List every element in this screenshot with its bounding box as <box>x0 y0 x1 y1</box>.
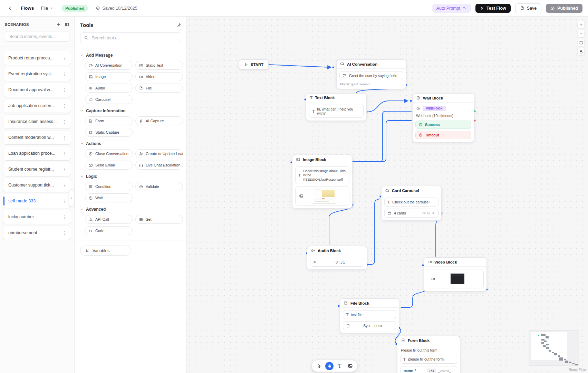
node-start[interactable]: START <box>239 59 269 69</box>
flow-canvas[interactable]: START AI Conversation Greet the user by … <box>186 17 588 373</box>
scenario-item[interactable]: Product return proces...⋮ <box>3 51 71 65</box>
tool-static-capture[interactable]: Static Capture <box>85 128 133 137</box>
tool-code[interactable]: Code <box>85 226 133 235</box>
image-caption-row[interactable]: TCheck this image about. This is the {{S… <box>295 166 349 184</box>
scenarios-search-input[interactable] <box>9 34 66 39</box>
carousel-caption-row[interactable]: TCheck out the carousel <box>384 198 438 207</box>
file-menu[interactable]: File <box>41 6 53 11</box>
node-image-block[interactable]: Image Block TCheck this image about. Thi… <box>292 155 353 209</box>
kebab-menu-icon[interactable]: ⋮ <box>61 103 68 108</box>
node-audio-block[interactable]: Audio Block 0:31 <box>307 246 367 270</box>
file-attachment-row[interactable]: Syst....docx <box>343 321 396 330</box>
section-header[interactable]: Advanced <box>80 207 181 212</box>
kebab-menu-icon[interactable]: ⋮ <box>61 87 68 93</box>
kebab-menu-icon[interactable]: ⋮ <box>61 71 68 77</box>
panel-toggle-icon[interactable] <box>65 22 69 27</box>
kebab-menu-icon[interactable]: ⋮ <box>61 230 68 236</box>
panel-collapse-handle[interactable]: › <box>69 189 74 207</box>
save-button[interactable]: Save <box>515 3 542 13</box>
tool-video[interactable]: Video <box>135 72 183 81</box>
kebab-menu-icon[interactable]: ⋮ <box>61 135 68 140</box>
node-card-carousel[interactable]: Card Carousel TCheck out the carousel 4 … <box>381 186 442 221</box>
lock-button[interactable] <box>578 48 584 55</box>
wait-success-row[interactable]: Success <box>415 121 471 129</box>
tool-api-call[interactable]: API Call <box>85 215 133 224</box>
scenario-item[interactable]: Content moderation w...⋮ <box>3 131 71 144</box>
image-tool-button[interactable] <box>346 362 354 370</box>
text-tool-button[interactable]: T <box>336 362 344 370</box>
scenario-item[interactable]: Insurance claim assess...⋮ <box>3 115 71 128</box>
tool-image[interactable]: Image <box>85 72 133 81</box>
node-file-block[interactable]: File Block Ttest file Syst....docx <box>340 298 399 333</box>
form-caption-row[interactable]: Tplease fill out the form <box>400 355 457 364</box>
auto-prompt-button[interactable]: Auto Prompt <box>432 4 471 13</box>
ai-prompt-row[interactable]: Greet the user by saying hello <box>339 71 403 80</box>
scenario-item[interactable]: Event registration syst...⋮ <box>3 67 71 81</box>
kebab-menu-icon[interactable]: ⋮ <box>61 183 68 188</box>
tool-condition[interactable]: Condition <box>85 182 133 191</box>
select-tool-button[interactable] <box>315 362 323 370</box>
variables-button[interactable]: Variables <box>80 246 131 256</box>
node-video-block[interactable]: Video Block <box>424 257 487 291</box>
section-header[interactable]: Actions <box>80 141 181 146</box>
scenario-item[interactable]: Customer support tick...⋮ <box>3 178 71 192</box>
tool-create-or-update-lead[interactable]: Create or Update Lead <box>135 149 183 158</box>
tool-ai-conversation[interactable]: AI Conversation <box>85 61 133 70</box>
pin-icon[interactable] <box>176 23 181 28</box>
test-flow-button[interactable]: Test Flow <box>475 4 511 13</box>
add-scenario-icon[interactable] <box>56 22 61 27</box>
tool-wait[interactable]: Wait <box>85 193 133 202</box>
section-header[interactable]: Add Message <box>80 53 181 58</box>
kebab-menu-icon[interactable]: ⋮ <box>61 119 68 124</box>
kebab-menu-icon[interactable]: ⋮ <box>61 56 68 61</box>
tool-audio[interactable]: Audio <box>85 84 133 93</box>
tool-ai-capture[interactable]: AI Capture <box>135 116 183 125</box>
scenario-item[interactable]: Job application screen...⋮ <box>3 99 71 113</box>
zoom-out-button[interactable] <box>578 30 584 37</box>
text-row[interactable]: Thi, what can I help you with? <box>309 105 364 118</box>
audio-player-row[interactable]: 0:31 <box>310 258 364 267</box>
node-wait-block[interactable]: Wait Block WEBHOOK Webhook (10s timeout)… <box>412 93 474 142</box>
section-header[interactable]: Logic <box>80 174 181 179</box>
kebab-menu-icon[interactable]: ⋮ <box>61 167 68 172</box>
tool-close-conversation[interactable]: Close Conversation <box>85 149 133 158</box>
scenario-item[interactable]: reimbursement⋮ <box>3 226 71 240</box>
node-ai-conversation[interactable]: AI Conversation Greet the user by saying… <box>336 59 406 89</box>
tool-live-chat-escalation[interactable]: Live Chat Escalation <box>135 161 183 170</box>
carousel-cards-row[interactable]: 4 cards <box>384 209 438 218</box>
pan-tool-button[interactable] <box>325 362 334 370</box>
scenarios-search[interactable] <box>5 31 69 42</box>
zoom-in-button[interactable] <box>578 21 584 28</box>
tool-form[interactable]: Form <box>85 116 133 125</box>
react-flow-attribution[interactable]: React Flow <box>569 368 586 372</box>
video-preview-row[interactable] <box>427 269 484 288</box>
image-preview-row[interactable] <box>295 186 349 205</box>
tool-carousel[interactable]: Carousel <box>85 95 133 104</box>
publish-button[interactable]: Published <box>546 4 582 13</box>
scenario-item[interactable]: Loan application proce...⋮ <box>3 146 71 160</box>
minimap[interactable] <box>529 330 579 366</box>
node-form-block[interactable]: Form Block Please fill out this form Tpl… <box>397 336 460 373</box>
tool-file[interactable]: File <box>135 84 183 93</box>
section-header[interactable]: Capture Information <box>80 108 181 113</box>
scenario-item[interactable]: Student course registr...⋮ <box>3 162 71 176</box>
kebab-menu-icon[interactable]: ⋮ <box>61 151 68 156</box>
tool-set[interactable]: Set <box>135 215 183 224</box>
tool-send-email[interactable]: Send Email <box>85 161 133 170</box>
scenario-item[interactable]: lucky number⋮ <box>3 210 71 224</box>
kebab-menu-icon[interactable]: ⋮ <box>61 199 68 204</box>
back-button[interactable] <box>6 4 15 13</box>
node-text-block[interactable]: TText Block Thi, what can I help you wit… <box>306 93 367 121</box>
minimap-viewport[interactable] <box>531 332 567 360</box>
file-caption-row[interactable]: Ttest file <box>343 310 396 319</box>
form-field-row[interactable]: name* TXT _visited_... <box>401 366 457 373</box>
tool-static-text[interactable]: Static Text <box>135 61 183 70</box>
fit-view-button[interactable] <box>578 39 584 46</box>
wait-timeout-row[interactable]: Timeout <box>415 131 471 139</box>
tool-validate[interactable]: Validate <box>135 182 183 191</box>
scenario-item[interactable]: Document approval w...⋮ <box>3 83 71 97</box>
kebab-menu-icon[interactable]: ⋮ <box>61 214 68 220</box>
tools-search-input[interactable] <box>91 35 177 41</box>
tools-search[interactable] <box>80 32 181 43</box>
scenario-item-selected[interactable]: self-made 333⋮ <box>3 194 71 208</box>
